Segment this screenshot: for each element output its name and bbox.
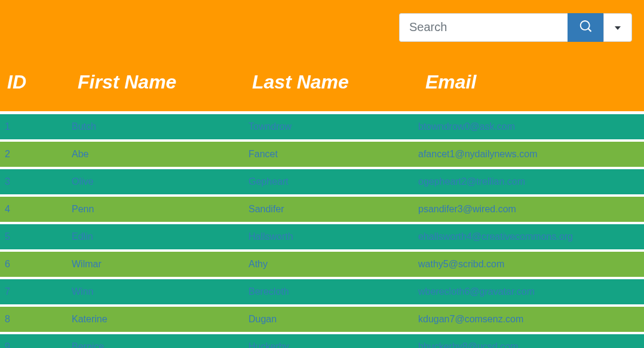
cell-email: ogepheart2@trellian.com	[418, 169, 644, 197]
cell-email: ehallsworth4@creativecommons.org	[418, 224, 644, 252]
cell-first-name: Wilmar	[67, 252, 245, 279]
table-row: 2AbeFancetafancet1@nydailynews.com	[0, 142, 644, 169]
column-header-last-name[interactable]: Last Name	[245, 54, 418, 114]
table-row: 6WilmarAthywathy5@scribd.com	[0, 252, 644, 279]
cell-first-name: Bernice	[67, 334, 245, 348]
cell-first-name: Penn	[67, 197, 245, 224]
table-row: 4PennSandiferpsandifer3@wired.com	[0, 197, 644, 224]
search-input[interactable]	[399, 13, 568, 42]
table-row: 1ButchTowndrowbtowndrow0@ask.com	[0, 114, 644, 142]
cell-last-name: Dugan	[245, 307, 418, 334]
cell-first-name: Olive	[67, 169, 245, 197]
cell-email: wathy5@scribd.com	[418, 252, 644, 279]
cell-id: 2	[0, 142, 67, 169]
column-header-id[interactable]: ID	[0, 54, 67, 114]
table-row: 3OliveGepheartogepheart2@trellian.com	[0, 169, 644, 197]
cell-first-name: Katerine	[67, 307, 245, 334]
search-icon	[579, 20, 591, 34]
cell-id: 4	[0, 197, 67, 224]
top-bar	[0, 0, 644, 54]
cell-id: 1	[0, 114, 67, 142]
table-header-row: ID First Name Last Name Email	[0, 54, 644, 114]
dropdown-toggle[interactable]	[603, 13, 632, 42]
cell-last-name: Towndrow	[245, 114, 418, 142]
table-row: 8KaterineDugankdugan7@comsenz.com	[0, 307, 644, 334]
cell-last-name: Athy	[245, 252, 418, 279]
cell-email: wberecloth6@gravatar.com	[418, 279, 644, 307]
cell-email: afancet1@nydailynews.com	[418, 142, 644, 169]
cell-email: psandifer3@wired.com	[418, 197, 644, 224]
table-row: 9BerniceHuckerbybhuckerby8@ucsd.com	[0, 334, 644, 348]
cell-last-name: Fancet	[245, 142, 418, 169]
table-row: 5EdlinHallsworthehallsworth4@creativecom…	[0, 224, 644, 252]
data-table: ID First Name Last Name Email 1ButchTown…	[0, 54, 644, 348]
cell-last-name: Berecloth	[245, 279, 418, 307]
table-row: 7WinnBereclothwberecloth6@gravatar.com	[0, 279, 644, 307]
column-header-email[interactable]: Email	[418, 54, 644, 114]
cell-first-name: Abe	[67, 142, 245, 169]
cell-id: 5	[0, 224, 67, 252]
search-group	[399, 13, 632, 42]
search-button[interactable]	[568, 13, 603, 42]
cell-id: 8	[0, 307, 67, 334]
cell-last-name: Hallsworth	[245, 224, 418, 252]
cell-last-name: Sandifer	[245, 197, 418, 224]
cell-last-name: Gepheart	[245, 169, 418, 197]
cell-id: 6	[0, 252, 67, 279]
cell-id: 9	[0, 334, 67, 348]
cell-first-name: Winn	[67, 279, 245, 307]
cell-last-name: Huckerby	[245, 334, 418, 348]
cell-email: kdugan7@comsenz.com	[418, 307, 644, 334]
cell-first-name: Edlin	[67, 224, 245, 252]
cell-email: btowndrow0@ask.com	[418, 114, 644, 142]
cell-id: 7	[0, 279, 67, 307]
cell-email: bhuckerby8@ucsd.com	[418, 334, 644, 348]
cell-id: 3	[0, 169, 67, 197]
column-header-first-name[interactable]: First Name	[67, 54, 245, 114]
cell-first-name: Butch	[67, 114, 245, 142]
caret-down-icon	[615, 23, 621, 32]
